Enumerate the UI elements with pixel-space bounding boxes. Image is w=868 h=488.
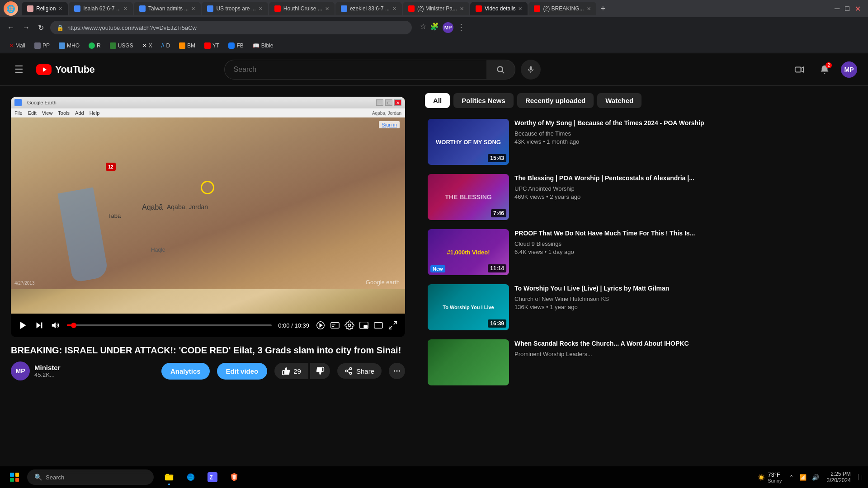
- maximize-button[interactable]: □: [845, 5, 849, 13]
- extension-icon[interactable]: 🧩: [430, 22, 439, 33]
- more-options-icon[interactable]: ⋮: [457, 22, 465, 33]
- play-button[interactable]: [18, 320, 28, 330]
- tab-ezekiel[interactable]: ezekiel 33:6-7 ... ✕: [335, 2, 402, 15]
- bookmark-bible[interactable]: 📖 Bible: [249, 41, 277, 50]
- filter-recently-uploaded[interactable]: Recently uploaded: [517, 93, 594, 108]
- tab-close-houthi[interactable]: ✕: [325, 6, 329, 12]
- bookmark-d[interactable]: // D: [158, 41, 174, 50]
- reload-button[interactable]: ↻: [36, 22, 46, 34]
- url-bar[interactable]: 🔒 https://www.youtube.com/watch?v=DvEJZT…: [50, 21, 412, 34]
- weather-widget[interactable]: ☀️ 73°F Sunny: [758, 471, 782, 483]
- tab-close-taiwan[interactable]: ✕: [191, 6, 195, 12]
- tab-close-videoDetails[interactable]: ✕: [518, 6, 522, 12]
- back-button[interactable]: ←: [5, 22, 16, 33]
- tab-ministerPa[interactable]: (2) Minister Pa... ✕: [403, 2, 469, 15]
- forward-button[interactable]: →: [21, 22, 32, 33]
- search-button[interactable]: [486, 60, 515, 80]
- next-button[interactable]: [34, 320, 44, 330]
- ge-help-menu[interactable]: Help: [90, 110, 100, 116]
- ge-add-menu[interactable]: Add: [75, 110, 84, 116]
- dislike-button[interactable]: [310, 363, 330, 379]
- youtube-logo[interactable]: YouTube: [36, 64, 94, 75]
- autoplay-button[interactable]: [316, 320, 326, 330]
- tab-religion[interactable]: Religion ✕: [22, 2, 68, 15]
- rec-video-2[interactable]: THE BLESSING 7:46 The Blessing | POA Wor…: [425, 170, 859, 224]
- bookmark-x[interactable]: ✕ X: [139, 41, 156, 50]
- tab-close-religion[interactable]: ✕: [58, 6, 62, 12]
- taskbar-app-brave[interactable]: [224, 467, 244, 487]
- show-desktop-button[interactable]: |: [858, 474, 863, 480]
- settings-button[interactable]: [344, 320, 354, 330]
- filter-all[interactable]: All: [425, 93, 450, 108]
- bookmark-mho[interactable]: MHO: [55, 41, 83, 50]
- bookmark-yt[interactable]: YT: [201, 41, 223, 50]
- minimize-button[interactable]: ─: [835, 5, 840, 13]
- ge-file-menu[interactable]: File: [14, 110, 23, 116]
- map-cursor-indicator: [201, 181, 214, 194]
- captions-button[interactable]: [330, 320, 340, 330]
- ge-minimize-btn[interactable]: _: [376, 99, 383, 106]
- rec-video-1[interactable]: WORTHY OF MY SONG 15:43 Worthy of My Son…: [425, 115, 859, 169]
- more-actions-button[interactable]: [389, 363, 405, 379]
- like-button[interactable]: 29: [274, 363, 308, 379]
- create-button[interactable]: [790, 61, 808, 79]
- fullscreen-button[interactable]: [388, 320, 398, 330]
- channel-avatar[interactable]: MP: [11, 361, 30, 380]
- tray-up-arrow[interactable]: ⌃: [789, 474, 794, 481]
- tab-videoDetails[interactable]: Video details ✕: [470, 2, 528, 15]
- new-tab-button[interactable]: +: [597, 4, 609, 14]
- sidebar-toggle-button[interactable]: ☰: [11, 60, 27, 79]
- notifications-button[interactable]: 2: [816, 61, 834, 79]
- taskbar-app-zeal[interactable]: Z: [203, 467, 222, 487]
- tab-close-isaiah[interactable]: ✕: [123, 6, 127, 12]
- search-input[interactable]: Search: [224, 60, 486, 80]
- miniplayer-button[interactable]: [359, 320, 369, 330]
- ge-signin-link[interactable]: Sign in: [379, 121, 400, 128]
- ge-close-btn[interactable]: ✕: [394, 99, 401, 106]
- tab-isaiah[interactable]: Isaiah 62:6-7 ... ✕: [69, 2, 133, 15]
- rec-video-4[interactable]: To Worship You I Live 16:39 To Worship Y…: [425, 281, 859, 334]
- rec-video-3[interactable]: #1,000th Video! 11:14 New PROOF That We …: [425, 225, 859, 279]
- ge-edit-menu[interactable]: Edit: [28, 110, 37, 116]
- tab-breaking[interactable]: (2) BREAKING... ✕: [528, 2, 596, 15]
- taskbar-app-explorer[interactable]: [159, 467, 179, 487]
- taskbar-search-bar[interactable]: 🔍 Search: [27, 469, 154, 485]
- bookmark-mail[interactable]: ✕ Mail: [5, 41, 29, 50]
- tray-network-icon[interactable]: 📶: [799, 474, 807, 481]
- tab-close-usTroops[interactable]: ✕: [259, 6, 263, 12]
- ge-view-menu[interactable]: View: [42, 110, 53, 116]
- start-button[interactable]: [5, 468, 24, 486]
- analytics-button[interactable]: Analytics: [161, 363, 210, 380]
- taskbar-app-edge[interactable]: [181, 467, 201, 487]
- taskbar-clock[interactable]: 2:25 PM 3/20/2024: [826, 471, 850, 483]
- bookmark-usgs[interactable]: USGS: [106, 41, 137, 50]
- tray-volume-icon[interactable]: 🔊: [812, 474, 819, 481]
- profile-badge[interactable]: MP: [443, 22, 453, 33]
- filter-watched[interactable]: Watched: [597, 93, 642, 108]
- ge-tools-menu[interactable]: Tools: [58, 110, 70, 116]
- tab-taiwan[interactable]: Taiwan admits ... ✕: [134, 2, 201, 15]
- bookmark-pp[interactable]: PP: [31, 41, 53, 50]
- tab-close-breaking[interactable]: ✕: [587, 6, 591, 12]
- video-progress-bar[interactable]: [67, 324, 272, 326]
- bookmark-fb[interactable]: FB: [225, 41, 247, 50]
- bookmark-star-icon[interactable]: ☆: [420, 22, 426, 33]
- tab-usTroops[interactable]: US troops are ... ✕: [202, 2, 268, 15]
- tab-close-ministerPa[interactable]: ✕: [460, 6, 464, 12]
- tab-close-ezekiel[interactable]: ✕: [392, 6, 396, 12]
- voice-search-button[interactable]: [521, 60, 541, 80]
- tab-houthi[interactable]: Houthi Cruise ... ✕: [269, 2, 335, 15]
- ge-maximize-btn[interactable]: □: [385, 99, 392, 106]
- user-avatar[interactable]: MP: [841, 61, 857, 78]
- theater-button[interactable]: [373, 320, 383, 330]
- share-button[interactable]: Share: [337, 363, 382, 379]
- bookmark-bm[interactable]: BM: [175, 41, 199, 50]
- video-player[interactable]: Google Earth _ □ ✕ File Edit View Tools: [11, 97, 405, 314]
- thumb5-text: [428, 339, 509, 385]
- bookmark-r[interactable]: R: [85, 41, 104, 50]
- edit-video-button[interactable]: Edit video: [217, 363, 268, 380]
- filter-politics-news[interactable]: Politics News: [453, 93, 514, 108]
- rec-video-5[interactable]: When Scandal Rocks the Church... A Word …: [425, 336, 859, 389]
- close-window-button[interactable]: ✕: [855, 5, 861, 13]
- volume-button[interactable]: [51, 320, 61, 330]
